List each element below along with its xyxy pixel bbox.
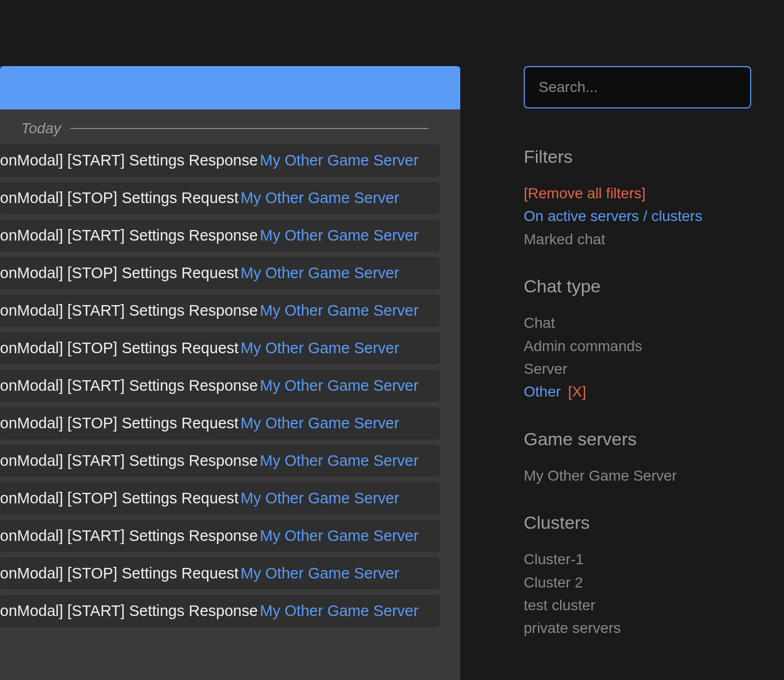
date-separator-label: Today [21,120,61,137]
log-message: onModal] [STOP] Settings Request [0,565,239,582]
search-input[interactable] [524,66,751,108]
remove-all-filters-link[interactable]: [Remove all filters] [524,182,763,205]
log-row[interactable]: onModal] [STOP] Settings RequestMy Other… [0,332,440,364]
clusters-title: Clusters [524,512,763,533]
filters-title: Filters [524,146,763,167]
app-container: Today onModal] [START] Settings Response… [0,0,784,680]
log-server-link[interactable]: My Other Game Server [260,152,418,169]
log-server-link[interactable]: My Other Game Server [260,377,418,394]
chat-type-admin[interactable]: Admin commands [524,335,763,357]
log-row[interactable]: onModal] [START] Settings ResponseMy Oth… [0,219,440,252]
log-server-link[interactable]: My Other Game Server [260,527,418,545]
log-row[interactable]: onModal] [STOP] Settings RequestMy Other… [0,407,440,439]
game-servers-list: My Other Game Server [524,464,763,487]
chat-type-chat[interactable]: Chat [524,311,763,334]
log-message: onModal] [START] Settings Response [0,152,258,169]
chat-type-other-remove[interactable]: [X] [568,383,586,400]
log-message: onModal] [STOP] Settings Request [0,189,239,207]
log-message: onModal] [START] Settings Response [0,602,258,620]
log-server-link[interactable]: My Other Game Server [241,490,399,507]
log-server-link[interactable]: My Other Game Server [241,189,399,207]
cluster-item[interactable]: Cluster-1 [524,548,763,571]
log-message: onModal] [STOP] Settings Request [0,264,239,282]
chat-type-server[interactable]: Server [524,357,763,380]
date-separator: Today [0,109,460,144]
log-row[interactable]: onModal] [STOP] Settings RequestMy Other… [0,482,440,514]
chat-type-other[interactable]: Other [X] [524,380,763,403]
chat-type-title: Chat type [524,276,763,297]
log-rows: onModal] [START] Settings ResponseMy Oth… [0,144,460,627]
log-message: onModal] [START] Settings Response [0,452,258,470]
log-row[interactable]: onModal] [START] Settings ResponseMy Oth… [0,520,440,552]
cluster-item[interactable]: test cluster [524,594,763,617]
cluster-item[interactable]: Cluster 2 [524,571,763,594]
log-row[interactable]: onModal] [START] Settings ResponseMy Oth… [0,144,440,177]
log-server-link[interactable]: My Other Game Server [241,264,399,282]
clusters-list: Cluster-1Cluster 2test clusterprivate se… [524,548,763,640]
cluster-item[interactable]: private servers [524,617,763,639]
log-message: onModal] [STOP] Settings Request [0,339,239,357]
active-servers-filter-link[interactable]: On active servers / clusters [524,205,763,227]
log-message: onModal] [STOP] Settings Request [0,415,239,432]
chat-type-other-label: Other [524,383,561,400]
game-servers-title: Game servers [524,429,763,449]
log-row[interactable]: onModal] [STOP] Settings RequestMy Other… [0,182,440,214]
log-message: onModal] [START] Settings Response [0,302,258,319]
log-panel: Today onModal] [START] Settings Response… [0,66,460,680]
log-server-link[interactable]: My Other Game Server [241,339,399,357]
log-row[interactable]: onModal] [START] Settings ResponseMy Oth… [0,595,440,627]
log-row[interactable]: onModal] [STOP] Settings RequestMy Other… [0,257,440,289]
log-message: onModal] [START] Settings Response [0,227,258,244]
side-panel: Filters [Remove all filters] On active s… [460,66,784,680]
log-row[interactable]: onModal] [STOP] Settings RequestMy Other… [0,557,440,590]
log-message: onModal] [START] Settings Response [0,377,258,394]
log-message: onModal] [STOP] Settings Request [0,490,239,507]
log-row[interactable]: onModal] [START] Settings ResponseMy Oth… [0,295,440,327]
log-server-link[interactable]: My Other Game Server [260,452,418,470]
log-message: onModal] [START] Settings Response [0,527,258,545]
log-row[interactable]: onModal] [START] Settings ResponseMy Oth… [0,370,440,402]
log-body: Today onModal] [START] Settings Response… [0,109,460,680]
log-server-link[interactable]: My Other Game Server [241,415,399,432]
date-separator-line [70,128,429,129]
log-server-link[interactable]: My Other Game Server [260,302,418,319]
marked-chat-filter-link[interactable]: Marked chat [524,228,763,251]
log-server-link[interactable]: My Other Game Server [260,602,418,620]
log-header-bar [0,66,460,109]
log-row[interactable]: onModal] [START] Settings ResponseMy Oth… [0,445,440,477]
log-server-link[interactable]: My Other Game Server [241,565,399,582]
log-server-link[interactable]: My Other Game Server [260,227,418,244]
game-server-item[interactable]: My Other Game Server [524,464,763,487]
